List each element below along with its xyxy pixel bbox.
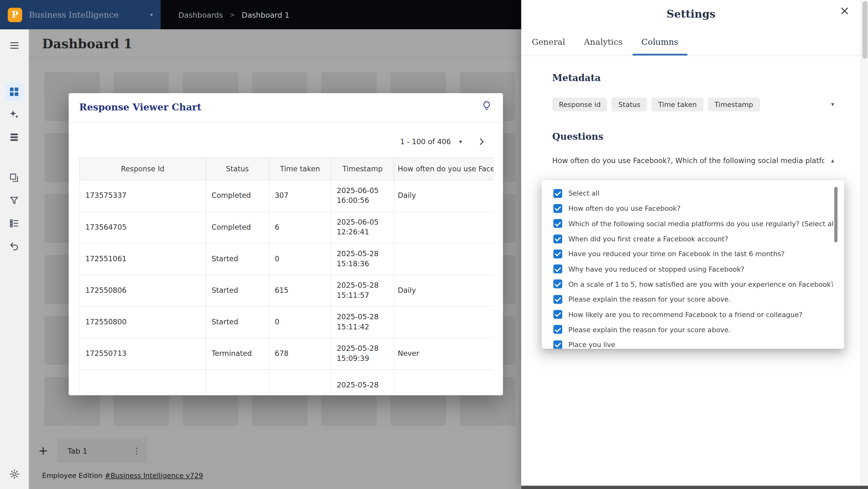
dropdown-scrollbar-thumb[interactable]	[834, 187, 838, 242]
question-option[interactable]: Please explain the reason for your score…	[542, 322, 844, 337]
answer-cell: Daily	[394, 275, 493, 306]
question-option[interactable]: Why have you reduced or stopped using Fa…	[542, 262, 844, 277]
column-header: Response Id	[80, 158, 206, 180]
chevron-down-icon[interactable]: ▾	[150, 12, 153, 18]
breadcrumb-dashboard-1: Dashboard 1	[242, 10, 289, 19]
breadcrumb: Dashboards > Dashboard 1	[161, 0, 290, 29]
response-table-viewport[interactable]: Response IdStatusTime takenTimestampHow …	[79, 157, 494, 395]
table-header-row: Response IdStatusTime takenTimestampHow …	[80, 158, 494, 180]
dashboards-icon[interactable]	[5, 82, 24, 101]
hamburger-menu-icon[interactable]	[5, 36, 24, 55]
metadata-chip[interactable]: Response id	[552, 97, 607, 111]
question-option[interactable]: When did you first create a Facebook acc…	[542, 231, 844, 247]
tab-columns[interactable]: Columns	[632, 28, 687, 56]
column-header: Status	[206, 158, 269, 180]
answer-cell	[394, 243, 493, 275]
dashboard-workspace: Dashboard 1 + Tab 1 ⋮ Employee Edition #…	[29, 29, 521, 489]
time-taken-cell: 6	[269, 211, 331, 243]
question-option-label: Place you live	[568, 340, 615, 349]
question-option[interactable]: How often do you use Facebook?	[542, 201, 844, 216]
question-option[interactable]: Please explain the reason for your score…	[542, 292, 844, 307]
checklist-icon[interactable]	[5, 213, 24, 232]
funnel-icon[interactable]	[5, 191, 24, 210]
status-cell: Completed	[206, 211, 269, 243]
response-id-cell: 172551061	[80, 243, 206, 275]
tab-general[interactable]: General	[523, 28, 574, 56]
metadata-chip[interactable]: Timestamp	[708, 97, 760, 111]
vertical-scrollbar-thumb[interactable]	[862, 1, 867, 59]
timestamp-cell: 2025-06-0512:26:41	[331, 211, 394, 243]
table-row: 172551061Started02025-05-2815:18:36	[80, 243, 494, 275]
checkbox-checked-icon[interactable]	[554, 310, 562, 319]
metadata-caret-down-icon[interactable]: ▾	[831, 101, 834, 108]
app-root: P Business Intelligence ▾ Dashboards > D…	[0, 0, 868, 489]
questions-select[interactable]: How often do you use Facebook?, Which of…	[552, 156, 834, 165]
lightbulb-icon[interactable]	[481, 100, 492, 113]
questions-option-list: Select allHow often do you use Facebook?…	[542, 186, 844, 349]
status-cell: Started	[206, 243, 269, 275]
breadcrumb-dashboards[interactable]: Dashboards	[178, 10, 223, 19]
status-cell: Completed	[206, 180, 269, 211]
metadata-chip[interactable]: Time taken	[651, 97, 703, 111]
question-option[interactable]: Have you reduced your time on Facebook i…	[542, 247, 844, 262]
frames-icon[interactable]	[5, 168, 24, 187]
breadcrumb-separator-icon: >	[229, 11, 235, 19]
response-id-cell: 172550800	[80, 306, 206, 338]
question-option-label: Why have you reduced or stopped using Fa…	[568, 265, 744, 273]
checkbox-checked-icon[interactable]	[554, 280, 562, 289]
undo-icon[interactable]	[5, 236, 24, 255]
checkbox-checked-icon[interactable]	[554, 189, 562, 198]
question-option[interactable]: Which of the following social media plat…	[542, 216, 844, 231]
table-row: 172550713Terminated6782025-05-2815:09:39…	[80, 338, 494, 369]
vertical-scrollbar[interactable]	[861, 0, 868, 489]
top-bar: P Business Intelligence ▾ Dashboards > D…	[0, 0, 521, 29]
timestamp-cell: 2025-06-0516:00:56	[331, 180, 394, 211]
question-option[interactable]: Select all	[542, 186, 844, 201]
question-option[interactable]: On a scale of 1 to 5, how satisfied are …	[542, 277, 844, 292]
response-id-cell: 173575337	[80, 180, 206, 211]
time-taken-cell: 678	[269, 338, 331, 369]
sparkles-icon[interactable]	[5, 105, 24, 124]
questions-summary: How often do you use Facebook?, Which of…	[552, 156, 825, 165]
app-logo-letter: P	[12, 9, 18, 20]
checkbox-checked-icon[interactable]	[554, 325, 562, 334]
questions-caret-up-icon[interactable]: ▴	[831, 157, 834, 164]
table-row: 173575337Completed3072025-06-0516:00:56D…	[80, 180, 494, 211]
question-option-label: On a scale of 1 to 5, how satisfied are …	[568, 280, 833, 288]
metadata-chips: Response idStatusTime takenTimestamp	[552, 97, 831, 111]
checkbox-checked-icon[interactable]	[554, 204, 562, 213]
tab-analytics[interactable]: Analytics	[575, 28, 631, 56]
time-taken-cell: 307	[269, 180, 331, 211]
metadata-select[interactable]: Response idStatusTime takenTimestamp ▾	[552, 97, 834, 111]
gear-icon[interactable]	[5, 465, 24, 484]
checkbox-checked-icon[interactable]	[554, 234, 562, 243]
horizontal-scrollbar[interactable]	[521, 486, 868, 489]
answer-cell: Daily	[394, 180, 493, 211]
workspace-switcher[interactable]: P Business Intelligence ▾	[0, 0, 161, 29]
settings-title: Settings	[666, 8, 715, 20]
metadata-chip[interactable]: Status	[612, 97, 647, 111]
column-header: Time taken	[269, 158, 331, 180]
table-row: 173564705Completed62025-06-0512:26:41	[80, 211, 494, 243]
status-cell: Started	[206, 306, 269, 338]
response-id-cell	[80, 369, 206, 395]
checkbox-checked-icon[interactable]	[554, 265, 562, 274]
checkbox-checked-icon[interactable]	[554, 295, 562, 304]
pagination-next-icon[interactable]	[477, 137, 486, 146]
question-option[interactable]: Place you live	[542, 337, 844, 349]
table-row: 172550806Started6152025-05-2815:11:57Dai…	[80, 275, 494, 306]
question-option[interactable]: How likely are you to recommend Facebook…	[542, 307, 844, 322]
close-icon[interactable]: ×	[840, 5, 850, 17]
app-logo: P	[8, 7, 22, 22]
question-option-label: Have you reduced your time on Facebook i…	[568, 250, 784, 258]
status-cell: Started	[206, 275, 269, 306]
question-option-label: How likely are you to recommend Facebook…	[568, 310, 802, 318]
checkbox-checked-icon[interactable]	[554, 340, 562, 349]
pagination-caret-down-icon[interactable]: ▾	[459, 139, 462, 144]
question-option-label: Please explain the reason for your score…	[568, 295, 731, 303]
rows-icon[interactable]	[5, 127, 24, 146]
checkbox-checked-icon[interactable]	[554, 250, 562, 258]
answer-cell	[394, 306, 493, 338]
checkbox-checked-icon[interactable]	[554, 219, 562, 228]
timestamp-cell: 2025-05-2815:11:42	[331, 306, 394, 338]
